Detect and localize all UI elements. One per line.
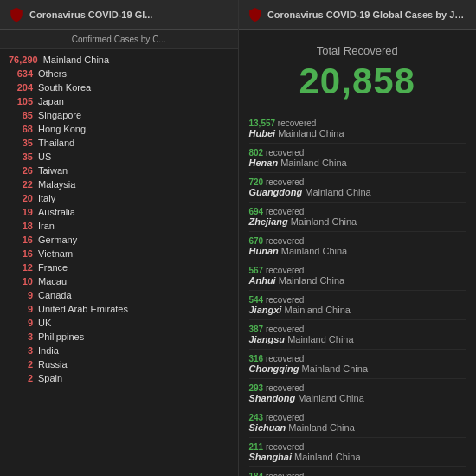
list-item: 12 France xyxy=(0,261,238,274)
recovery-count: 13,557 recovered xyxy=(249,119,466,128)
recovery-count: 184 recovered xyxy=(249,472,466,476)
list-item: 2 Russia xyxy=(0,357,238,371)
recovery-count: 720 recovered xyxy=(249,177,466,187)
shield-icon xyxy=(9,7,24,23)
list-item: 68 Hong Kong xyxy=(0,122,238,136)
item-count: 9 xyxy=(9,290,33,300)
recovery-location: Zhejiang Mainland China xyxy=(249,216,466,227)
item-count: 9 xyxy=(9,318,33,328)
recovery-location: Anhui Mainland China xyxy=(249,275,466,286)
list-item: 204 South Korea xyxy=(0,80,238,94)
total-label: Total Recovered xyxy=(249,44,466,57)
item-count: 35 xyxy=(9,138,33,148)
item-name: US xyxy=(38,151,51,162)
item-count: 9 xyxy=(9,304,33,314)
list-item: 16 Germany xyxy=(0,233,238,247)
item-count: 16 xyxy=(9,248,33,259)
list-item: 3 India xyxy=(0,344,238,357)
item-name: India xyxy=(38,345,59,356)
list-item: 35 Thailand xyxy=(0,136,238,150)
item-count: 26 xyxy=(9,165,33,176)
list-item: 26 Taiwan xyxy=(0,164,238,177)
recovery-location: Hunan Mainland China xyxy=(249,246,466,256)
item-count: 85 xyxy=(9,110,33,120)
list-item: 22 Malaysia xyxy=(0,177,238,191)
list-item: 85 Singapore xyxy=(0,108,238,122)
item-count: 2 xyxy=(9,359,33,370)
recovery-count: 802 recovered xyxy=(249,148,466,158)
item-name: Italy xyxy=(38,193,55,203)
left-panel: Coronavirus COVID-19 Gl... Confirmed Cas… xyxy=(0,0,239,476)
recovery-list: 13,557 recovered Hubei Mainland China 80… xyxy=(239,111,477,476)
item-count: 105 xyxy=(9,96,33,106)
left-panel-title: Coronavirus COVID-19 Gl... xyxy=(29,10,152,20)
item-count: 20 xyxy=(9,193,33,203)
item-name: Spain xyxy=(38,373,62,383)
recovery-item: 802 recovered Henan Mainland China xyxy=(249,144,466,173)
recovery-item: 720 recovered Guangdong Mainland China xyxy=(249,173,466,203)
recovery-count: 243 recovered xyxy=(249,413,466,422)
recovery-item: 567 recovered Anhui Mainland China xyxy=(249,261,466,291)
item-count: 19 xyxy=(9,207,33,217)
list-item: 18 Iran xyxy=(0,219,238,233)
left-header: Coronavirus COVID-19 Gl... xyxy=(0,0,238,30)
item-name: France xyxy=(38,262,68,273)
recovery-count: 694 recovered xyxy=(249,207,466,216)
item-count: 3 xyxy=(9,331,33,342)
recovery-item: 670 recovered Hunan Mainland China xyxy=(249,232,466,261)
recovery-count: 293 recovered xyxy=(249,383,466,393)
item-name: Singapore xyxy=(38,110,81,120)
item-count: 12 xyxy=(9,262,33,273)
recovery-location: Chongqing Mainland China xyxy=(249,363,466,374)
left-list: 76,290 Mainland China 634 Others 204 Sou… xyxy=(0,49,238,476)
recovery-location: Shanghai Mainland China xyxy=(249,452,466,462)
recovery-item: 316 recovered Chongqing Mainland China xyxy=(249,350,466,379)
recovery-location: Jiangsu Mainland China xyxy=(249,334,466,344)
right-panel: Coronavirus COVID-19 Global Cases by Joh… xyxy=(239,0,477,476)
item-name: Thailand xyxy=(38,138,74,148)
list-item: 634 Others xyxy=(0,67,238,80)
recovery-item: 694 recovered Zhejiang Mainland China xyxy=(249,203,466,232)
item-count: 35 xyxy=(9,151,33,162)
list-item: 3 Philippines xyxy=(0,330,238,344)
recovery-location: Guangdong Mainland China xyxy=(249,187,466,197)
recovery-location: Shandong Mainland China xyxy=(249,393,466,403)
list-item: 105 Japan xyxy=(0,94,238,108)
item-name: Iran xyxy=(38,221,55,231)
recovery-location: Jiangxi Mainland China xyxy=(249,305,466,315)
recovery-count: 211 recovered xyxy=(249,442,466,452)
item-count: 18 xyxy=(9,221,33,231)
item-count: 68 xyxy=(9,124,33,134)
item-count: 16 xyxy=(9,235,33,245)
list-item: 9 United Arab Emirates xyxy=(0,302,238,316)
list-item: 16 Vietnam xyxy=(0,247,238,261)
recovery-item: 184 recovered Hebei Mainland China xyxy=(249,467,466,476)
recovery-count: 544 recovered xyxy=(249,295,466,305)
recovery-count: 567 recovered xyxy=(249,266,466,275)
right-header: Coronavirus COVID-19 Global Cases by Joh… xyxy=(239,0,477,30)
item-name: Vietnam xyxy=(38,248,73,259)
recovery-location: Hubei Mainland China xyxy=(249,128,466,138)
item-name: Taiwan xyxy=(38,165,68,176)
item-name: Macau xyxy=(38,276,67,286)
item-count: 2 xyxy=(9,373,33,383)
total-number: 20,858 xyxy=(249,61,466,102)
list-item: 76,290 Mainland China xyxy=(0,53,238,67)
item-name: Japan xyxy=(38,96,64,106)
recovery-count: 387 recovered xyxy=(249,325,466,334)
recovery-location: Sichuan Mainland China xyxy=(249,422,466,433)
item-name: Australia xyxy=(38,207,75,217)
list-item: 35 US xyxy=(0,150,238,164)
item-name: Canada xyxy=(38,290,72,300)
recovery-item: 387 recovered Jiangsu Mainland China xyxy=(249,320,466,350)
list-item: 10 Macau xyxy=(0,274,238,288)
item-name: UK xyxy=(38,318,51,328)
item-name: South Korea xyxy=(38,82,91,93)
item-count: 634 xyxy=(9,68,33,79)
item-name: Others xyxy=(38,68,67,79)
list-item: 2 Spain xyxy=(0,371,238,385)
list-item: 19 Australia xyxy=(0,205,238,219)
recovery-location: Henan Mainland China xyxy=(249,158,466,168)
recovery-count: 670 recovered xyxy=(249,236,466,246)
shield-icon-right xyxy=(248,7,262,23)
